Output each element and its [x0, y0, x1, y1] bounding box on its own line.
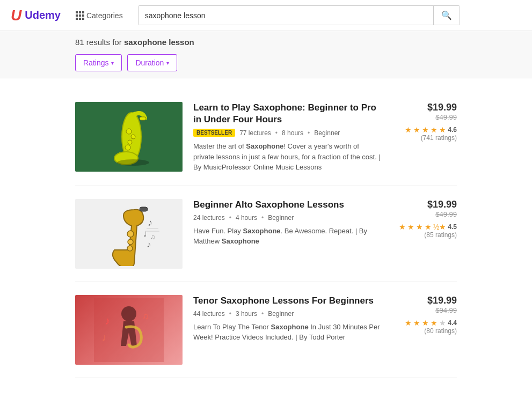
course-thumbnail[interactable]: ♪ ♩ ♫ ♪	[75, 199, 183, 269]
dot-separator: •	[261, 214, 264, 222]
svg-point-5	[125, 145, 130, 150]
results-container: Learn to Play Saxophone: Beginner to Pro…	[0, 78, 532, 389]
course-info: Beginner Alto Saxophone Lessons 24 lectu…	[193, 199, 382, 247]
price-original: $49.99	[392, 210, 457, 218]
course-thumbnail[interactable]: ♪ ♫ ♩	[75, 295, 183, 365]
price-original: $49.99	[392, 113, 457, 121]
star-2: ★	[413, 126, 420, 134]
star-5: ★	[439, 126, 446, 134]
star-rating: ★ ★ ★ ★ ½★ 4.5	[392, 223, 457, 231]
ratings-filter-button[interactable]: Ratings ▾	[75, 54, 122, 71]
course-price: $19.99 $94.99 ★ ★ ★ ★ ★ 4.4 (80 ratings)	[392, 295, 457, 335]
star-5: ½★	[433, 223, 447, 231]
level: Beginner	[268, 310, 294, 318]
svg-point-10	[127, 246, 133, 251]
course-description: Have Fun. Play Saxophone. Be Awesome. Re…	[193, 226, 382, 247]
star-1: ★	[405, 319, 412, 327]
rating-value: 4.5	[448, 223, 457, 231]
course-description: Master the art of Saxophone! Cover a yea…	[193, 141, 382, 173]
search-input[interactable]	[139, 6, 433, 25]
search-button[interactable]: 🔍	[433, 6, 460, 25]
lectures-count: 77 lectures	[239, 129, 271, 137]
hours-count: 8 hours	[282, 129, 303, 137]
rating-count: (85 ratings)	[392, 231, 457, 239]
svg-point-3	[131, 135, 135, 139]
star-4: ★	[431, 126, 438, 134]
star-2: ★	[407, 223, 414, 231]
svg-text:♪: ♪	[105, 315, 110, 327]
svg-rect-6	[140, 117, 146, 120]
course-card: Learn to Play Saxophone: Beginner to Pro…	[75, 89, 457, 186]
dot-separator: •	[229, 214, 231, 222]
results-summary: 81 results for saxophone lesson	[75, 38, 457, 47]
star-3: ★	[422, 319, 429, 327]
svg-text:♫: ♫	[150, 233, 155, 241]
hours-count: 4 hours	[236, 214, 257, 222]
dot-separator: •	[229, 310, 231, 318]
svg-rect-11	[140, 207, 148, 211]
course-thumbnail[interactable]	[75, 102, 183, 172]
price-current: $19.99	[392, 199, 457, 210]
search-icon: 🔍	[441, 11, 452, 20]
svg-point-2	[126, 129, 132, 134]
rating-count: (741 ratings)	[392, 134, 457, 142]
star-3: ★	[416, 223, 423, 231]
course-info: Learn to Play Saxophone: Beginner to Pro…	[193, 102, 382, 173]
header: U Udemy Categories 🔍	[0, 0, 532, 31]
filter-buttons: Ratings ▾ Duration ▾	[75, 54, 457, 71]
duration-filter-button[interactable]: Duration ▾	[127, 54, 177, 71]
course-title[interactable]: Tenor Saxophone Lessons For Beginners	[193, 295, 382, 307]
course-title[interactable]: Learn to Play Saxophone: Beginner to Pro…	[193, 102, 382, 126]
course-meta: 44 lectures • 3 hours • Beginner	[193, 310, 382, 318]
saxophone-illustration-3: ♪ ♫ ♩	[94, 298, 164, 362]
svg-text:♪: ♪	[148, 217, 152, 228]
search-bar: 🔍	[138, 5, 460, 25]
dot-separator: •	[308, 129, 310, 137]
ratings-filter-label: Ratings	[83, 58, 108, 67]
results-label: results for	[86, 38, 124, 47]
course-card: ♪ ♫ ♩ Tenor Saxophone Lessons For Beginn…	[75, 282, 457, 378]
results-query: saxophone lesson	[124, 38, 194, 47]
star-rating: ★ ★ ★ ★ ★ 4.4	[392, 319, 457, 327]
svg-point-4	[128, 140, 132, 144]
categories-button[interactable]: Categories	[71, 9, 127, 22]
bestseller-badge: BESTSELLER	[193, 129, 235, 137]
course-meta: 24 lectures • 4 hours • Beginner	[193, 214, 382, 222]
categories-label: Categories	[86, 11, 123, 20]
lectures-count: 44 lectures	[193, 310, 225, 318]
svg-point-9	[128, 239, 133, 245]
dot-separator: •	[275, 129, 278, 137]
course-price: $19.99 $49.99 ★ ★ ★ ★ ½★ 4.5 (85 ratings…	[392, 199, 457, 239]
price-current: $19.99	[392, 295, 457, 306]
logo-u-icon: U	[11, 7, 21, 24]
filter-bar: 81 results for saxophone lesson Ratings …	[0, 31, 532, 78]
star-3: ★	[422, 126, 429, 134]
logo[interactable]: U Udemy	[11, 7, 61, 24]
course-meta: BESTSELLER 77 lectures • 8 hours • Begin…	[193, 129, 382, 137]
saxophone-illustration	[97, 105, 161, 169]
hours-count: 3 hours	[236, 310, 257, 318]
logo-text: Udemy	[25, 9, 61, 21]
svg-text:♩: ♩	[102, 334, 106, 342]
rating-value: 4.6	[448, 126, 457, 134]
saxophone-illustration-2: ♪ ♩ ♫ ♪	[94, 202, 164, 266]
duration-filter-label: Duration	[135, 58, 164, 67]
svg-text:♩: ♩	[143, 230, 147, 238]
star-1: ★	[405, 126, 412, 134]
course-title[interactable]: Beginner Alto Saxophone Lessons	[193, 199, 382, 211]
chevron-down-icon: ▾	[111, 60, 114, 66]
star-4: ★	[431, 319, 438, 327]
lectures-count: 24 lectures	[193, 214, 225, 222]
rating-count: (80 ratings)	[392, 327, 457, 335]
results-count: 81	[75, 38, 84, 47]
svg-point-8	[127, 231, 134, 237]
star-4: ★	[425, 223, 432, 231]
chevron-down-icon: ▾	[166, 60, 169, 66]
star-rating: ★ ★ ★ ★ ★ 4.6	[392, 126, 457, 134]
course-description: Learn To Play The Tenor Saxophone In Jus…	[193, 322, 382, 343]
svg-text:♫: ♫	[142, 312, 149, 321]
star-2: ★	[413, 319, 420, 327]
svg-point-19	[121, 306, 136, 321]
level: Beginner	[268, 214, 294, 222]
course-card: ♪ ♩ ♫ ♪ Beginner Alto Saxophone Lessons …	[75, 186, 457, 282]
